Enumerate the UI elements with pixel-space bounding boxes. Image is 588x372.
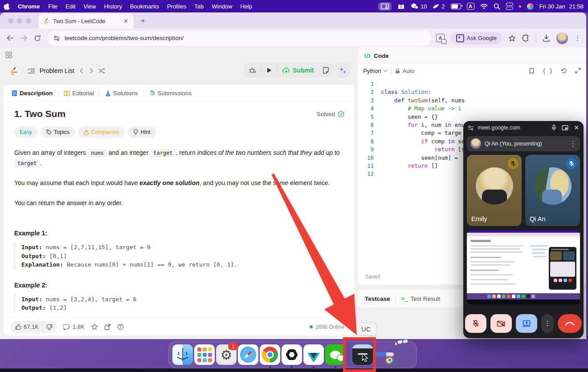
- tab-submissions[interactable]: Submissions: [147, 90, 194, 97]
- fullscreen-icon[interactable]: [575, 68, 581, 74]
- ai-assistant-button[interactable]: [335, 63, 350, 78]
- menu-clock[interactable]: Fri 30 Jan 21:58: [539, 3, 584, 10]
- comments-button[interactable]: 1.8K: [63, 323, 85, 330]
- random-problem-icon[interactable]: [98, 68, 106, 74]
- more-options-button[interactable]: ⋮: [541, 314, 554, 333]
- tab-editorial[interactable]: Editorial: [62, 90, 96, 97]
- dock-safari-icon[interactable]: [238, 344, 258, 365]
- tab-testcase[interactable]: Testcase: [365, 295, 390, 302]
- dock-trash-icon[interactable]: [396, 344, 416, 365]
- layout-grid-icon[interactable]: [5, 52, 12, 58]
- presenting-menu-icon[interactable]: ⋮: [570, 140, 576, 148]
- dock-v2ray-icon[interactable]: [303, 344, 324, 365]
- new-tab-button[interactable]: +: [141, 16, 145, 25]
- pip-icon[interactable]: [562, 125, 568, 130]
- downloads-icon[interactable]: [543, 34, 550, 42]
- menu-tab[interactable]: Tab: [190, 3, 208, 10]
- control-center-icon[interactable]: [506, 3, 513, 10]
- dock-launchpad-icon[interactable]: [194, 344, 215, 365]
- like-button[interactable]: 67.1K: [15, 323, 39, 330]
- feedback-help-icon[interactable]: [117, 323, 124, 330]
- solved-status[interactable]: Solved: [317, 111, 344, 117]
- menu-app-name[interactable]: Chrome: [13, 3, 44, 10]
- mail-bird-icon[interactable]: 2: [433, 3, 445, 10]
- unmute-mic-button[interactable]: [465, 314, 486, 333]
- close-pip-icon[interactable]: ✕: [574, 124, 579, 131]
- presenting-banner[interactable]: Qi An (You, presenting) ⋮: [467, 136, 580, 151]
- address-bar[interactable]: leetcode.com/problems/two-sum/descriptio…: [47, 31, 431, 46]
- menu-edit[interactable]: Edit: [61, 3, 79, 10]
- menu-bookmarks[interactable]: Bookmarks: [126, 3, 163, 10]
- reload-button[interactable]: [34, 35, 41, 42]
- camera-off-button[interactable]: [490, 314, 512, 333]
- dock-settings-icon[interactable]: ⚙1: [216, 344, 237, 365]
- companies-chip[interactable]: Companies: [78, 126, 124, 138]
- menu-view[interactable]: View: [79, 3, 100, 10]
- forward-button[interactable]: [20, 35, 28, 41]
- translate-icon[interactable]: A: [436, 34, 445, 42]
- language-select[interactable]: Python: [363, 68, 388, 74]
- siri-icon[interactable]: [527, 3, 534, 10]
- menu-history[interactable]: History: [100, 3, 126, 10]
- profile-avatar[interactable]: [556, 32, 568, 44]
- tab-test-result[interactable]: >_ Test Result: [401, 295, 440, 302]
- menu-window[interactable]: Window: [208, 3, 236, 10]
- hint-chip[interactable]: Hint: [128, 126, 155, 138]
- tab-solutions[interactable]: Solutions: [103, 90, 140, 97]
- zoom-window-button[interactable]: [26, 18, 31, 24]
- favorite-star-icon[interactable]: [91, 323, 98, 330]
- dock-download-item[interactable]: [374, 344, 395, 365]
- dock-chatgpt-icon[interactable]: [282, 344, 302, 365]
- battery-icon[interactable]: [451, 4, 461, 9]
- bookmark-icon[interactable]: [529, 68, 535, 74]
- debug-button[interactable]: [244, 63, 261, 78]
- site-settings-icon[interactable]: [53, 35, 60, 41]
- run-button[interactable]: [261, 63, 277, 78]
- window-controls[interactable]: [0, 18, 35, 24]
- browser-tab[interactable]: Two Sum - LeetCode ✕: [38, 14, 134, 28]
- leetcode-logo[interactable]: [9, 66, 18, 76]
- submit-button[interactable]: Submit: [278, 63, 318, 78]
- dislike-button[interactable]: [46, 324, 53, 330]
- share-icon[interactable]: [104, 323, 111, 330]
- input-source-icon[interactable]: A: [467, 3, 474, 10]
- minimize-window-button[interactable]: [17, 18, 22, 24]
- next-problem-icon[interactable]: [89, 68, 94, 74]
- tab-close-icon[interactable]: ✕: [122, 18, 129, 24]
- extensions-icon[interactable]: [522, 34, 530, 42]
- wifi-icon[interactable]: [480, 4, 488, 9]
- apple-icon[interactable]: [0, 3, 13, 10]
- difficulty-chip[interactable]: Easy: [14, 126, 37, 138]
- menu-profiles[interactable]: Profiles: [163, 3, 190, 10]
- present-screen-button[interactable]: [516, 314, 537, 333]
- ask-google-button[interactable]: Ask Google: [451, 32, 502, 44]
- notes-button[interactable]: [318, 63, 333, 78]
- dock-finder-icon[interactable]: [172, 344, 193, 365]
- menu-file[interactable]: File: [44, 3, 61, 10]
- participant-tile-qian[interactable]: Qi An: [525, 155, 580, 226]
- meet-pip-window[interactable]: meet.google.com ✕ Qi An (You, presenting…: [463, 121, 584, 338]
- wechat-status-icon[interactable]: 10: [411, 3, 427, 10]
- dock-chrome-icon[interactable]: [260, 344, 280, 365]
- uc-overlay-badge: UC: [356, 323, 376, 335]
- participant-tile-emily[interactable]: Emily: [467, 155, 522, 226]
- cat-proxy-icon[interactable]: S: [397, 3, 405, 10]
- bookmark-star-icon[interactable]: [508, 35, 516, 42]
- reset-code-icon[interactable]: [561, 68, 567, 74]
- leave-call-button[interactable]: [558, 314, 582, 333]
- menu-help[interactable]: Help: [237, 3, 257, 10]
- problem-list-icon[interactable]: [28, 68, 35, 74]
- format-code-icon[interactable]: { }: [543, 68, 553, 74]
- chrome-menu-icon[interactable]: ⋮: [574, 34, 581, 42]
- topics-chip[interactable]: Topics: [41, 126, 75, 138]
- site-settings-icon[interactable]: [468, 125, 474, 131]
- screen-sharing-status-icon[interactable]: [378, 2, 392, 11]
- problem-list-label[interactable]: Problem List: [40, 67, 74, 74]
- autocomplete-toggle[interactable]: Auto: [395, 68, 414, 74]
- mic-icon[interactable]: [551, 125, 556, 131]
- back-button[interactable]: [6, 35, 14, 41]
- close-window-button[interactable]: [8, 18, 13, 24]
- spotlight-search-icon[interactable]: [494, 3, 500, 10]
- tab-description[interactable]: Description: [10, 90, 54, 97]
- prev-problem-icon[interactable]: [79, 68, 84, 74]
